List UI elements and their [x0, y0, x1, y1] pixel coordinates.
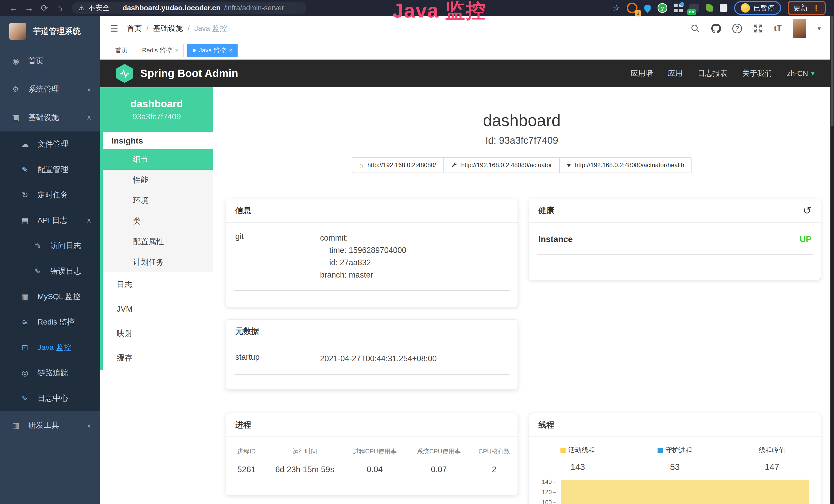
menu-item-scheduled-tasks[interactable]: 计划任务 [103, 252, 213, 272]
help-icon[interactable]: ? [732, 24, 742, 33]
menu-item-logs[interactable]: 日志 [103, 272, 213, 297]
github-icon[interactable] [711, 24, 721, 33]
browser-right-icons: ☆ 1 y on 已暂停 更新 ⋮ [613, 1, 826, 15]
hamburger-icon[interactable]: ☰ [110, 23, 118, 34]
service-url-button[interactable]: ⌂ http://192.168.0.2:48080/ [352, 157, 444, 173]
sidebar-item-access-logs[interactable]: ✎ 访问日志 [0, 233, 100, 258]
browser-back-button[interactable]: ← [7, 0, 21, 16]
menu-item-jvm[interactable]: JVM [103, 297, 213, 321]
browser-menu-icon[interactable]: ⋮ [812, 4, 820, 13]
tab-java-monitor[interactable]: Java 监控 × [187, 44, 238, 57]
tab-redis-monitor[interactable]: Redis 监控 × [137, 44, 184, 57]
screen: ← → ⟳ ⌂ ⚠ 不安全 dashboard.yudao.iocoder.cn… [0, 0, 834, 504]
user-menu-caret-icon[interactable]: ▾ [817, 25, 821, 32]
java-monitor-icon: ⊡ [20, 343, 30, 352]
process-col-pid: 进程ID [226, 447, 267, 456]
page-scrollbar[interactable] [830, 16, 834, 504]
breadcrumb-infrastructure[interactable]: 基础设施 [153, 23, 183, 33]
close-icon[interactable]: × [175, 47, 178, 54]
wrench-icon [451, 162, 457, 168]
health-url-button[interactable]: ♥ http://192.168.0.2:48080/actuator/heal… [559, 157, 692, 173]
threads-card: 线程 活动线程 守护进程 线程峰值 143 [529, 413, 821, 504]
actuator-url-button[interactable]: http://192.168.0.2:48080/actuator [443, 157, 560, 173]
sba-nav-applications[interactable]: 应用 [668, 68, 683, 78]
sba-nav-about[interactable]: 关于我们 [742, 68, 772, 78]
home-icon: ⌂ [359, 161, 364, 169]
not-secure-label[interactable]: 不安全 [88, 3, 110, 13]
y-tick-120: 120 [539, 489, 556, 496]
breadcrumb-separator: / [147, 24, 149, 32]
history-icon[interactable]: ↺ [803, 205, 811, 216]
sba-nav-journal[interactable]: 日志报表 [698, 68, 727, 78]
sidebar-item-infrastructure[interactable]: ▣ 基础设施 ∧ [0, 103, 100, 132]
extensions-puzzle-icon[interactable] [720, 4, 727, 12]
sidebar-item-dev-tools[interactable]: ▥ 研发工具 ∨ [0, 411, 100, 439]
instance-links: ⌂ http://192.168.0.2:48080/ http://192.1… [213, 157, 830, 173]
sidebar-item-api-logs[interactable]: ▤ API 日志 ∧ [0, 208, 100, 233]
browser-forward-button[interactable]: → [22, 0, 36, 16]
metadata-startup-row: startup 2021-04-27T00:44:31.254+08:00 [234, 352, 510, 374]
menu-item-classes[interactable]: 类 [103, 211, 213, 231]
menu-item-mappings[interactable]: 映射 [103, 321, 213, 346]
health-card-title: 健康 [539, 205, 554, 216]
metadata-card-title: 元数据 [226, 320, 518, 343]
paused-label: 已暂停 [753, 3, 774, 13]
browser-reload-button[interactable]: ⟳ [38, 0, 51, 16]
annotation-java-monitor: Java 监控 [374, 0, 505, 24]
daemon-threads-value: 53 [626, 462, 723, 472]
breadcrumb-home[interactable]: 首页 [127, 23, 142, 33]
sidebar-item-system-management[interactable]: ⚙ 系统管理 ∨ [0, 75, 100, 103]
health-instance-row: Instance UP [537, 234, 813, 255]
text-size-icon[interactable]: tT [774, 24, 782, 33]
details-content: dashboard Id: 93a3fc7f7409 ⌂ http://192.… [213, 87, 830, 504]
sba-locale-select[interactable]: zh-CN ▾ [787, 69, 814, 78]
sidebar-item-tracing[interactable]: ◎ 链路追踪 [0, 360, 100, 386]
tabs-bar: 首页 Redis 监控 × Java 监控 × [100, 41, 830, 60]
sidebar-item-log-center[interactable]: ✎ 日志中心 [0, 386, 100, 411]
not-secure-warning-icon: ⚠ [79, 4, 85, 12]
extension-y-icon[interactable]: y [658, 3, 667, 13]
tab-home[interactable]: 首页 [110, 44, 133, 57]
process-col-system-cpu: 系统CPU使用率 [407, 447, 471, 456]
extension-orange-icon[interactable]: 1 [627, 3, 637, 13]
extension-leaf-icon[interactable] [706, 4, 713, 12]
close-icon[interactable]: × [229, 47, 232, 54]
address-bar[interactable]: ⚠ 不安全 dashboard.yudao.iocoder.cn/infra/a… [72, 2, 306, 14]
menu-item-config-props[interactable]: 配置属性 [103, 231, 213, 252]
timer-icon: ↻ [20, 190, 30, 200]
sidebar-item-config-management[interactable]: ✎ 配置管理 [0, 157, 100, 182]
fullscreen-icon[interactable] [753, 24, 763, 33]
menu-item-metrics[interactable]: 性能 [103, 170, 213, 190]
user-avatar[interactable] [793, 19, 806, 38]
info-git-row: git commit: time: 1596289704000 id: 27aa… [234, 232, 510, 291]
extension-adblock-icon[interactable]: on [689, 4, 699, 12]
infrastructure-submenu: ☁ 文件管理 ✎ 配置管理 ↻ 定时任务 ▤ API 日志 ∧ ✎ 访问日志 ✎ [0, 132, 100, 411]
sba-nav: 应用墙 应用 日志报表 关于我们 zh-CN ▾ [631, 68, 814, 78]
search-icon[interactable] [691, 24, 700, 33]
sidebar-item-redis-monitor[interactable]: ≋ Redis 监控 [0, 310, 100, 335]
yellow-legend-swatch [561, 448, 566, 453]
app-logo[interactable]: 芋道管理系统 [0, 16, 100, 47]
browser-home-button[interactable]: ⌂ [53, 0, 67, 16]
app-title: 芋道管理系统 [33, 26, 81, 37]
sidebar-item-java-monitor[interactable]: ⊡ Java 监控 [0, 335, 100, 360]
sidebar-item-mysql-monitor[interactable]: ▦ MySQL 监控 [0, 284, 100, 310]
sba-nav-wallboard[interactable]: 应用墙 [631, 68, 653, 78]
menu-item-environment[interactable]: 环境 [103, 190, 213, 211]
process-card-title: 进程 [226, 413, 518, 437]
sidebar-item-home[interactable]: ◉ 首页 [0, 47, 100, 75]
browser-update-button[interactable]: 更新 ⋮ [788, 1, 826, 15]
chevron-down-icon: ∨ [87, 421, 91, 429]
menu-section-insights: Insights [103, 132, 213, 149]
bookmark-star-icon[interactable]: ☆ [613, 3, 620, 13]
sidebar-item-scheduled-tasks[interactable]: ↻ 定时任务 [0, 182, 100, 208]
extension-pin-icon[interactable] [644, 5, 651, 11]
menu-item-caches[interactable]: 缓存 [103, 346, 213, 370]
profile-paused-pill[interactable]: 已暂停 [734, 1, 781, 15]
scrollbar-thumb[interactable] [831, 16, 833, 126]
extension-grid-icon[interactable] [674, 4, 683, 12]
menu-item-details[interactable]: 细节 [103, 149, 213, 170]
sidebar-item-error-logs[interactable]: ✎ 错误日志 [0, 258, 100, 284]
extension-badge: 1 [635, 10, 641, 17]
sidebar-item-file-management[interactable]: ☁ 文件管理 [0, 132, 100, 157]
